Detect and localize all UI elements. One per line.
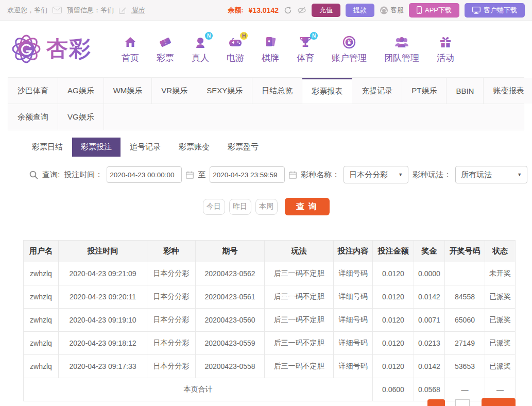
status-badge: 已派奖	[485, 332, 516, 355]
nav-item-sports[interactable]: N 体育	[297, 35, 314, 64]
time-to-input[interactable]	[210, 166, 285, 183]
cell-issue: 20200423-0561	[196, 285, 265, 309]
col-username: 用户名	[24, 241, 59, 262]
tab-lottery-report[interactable]: 彩票报表	[302, 78, 352, 104]
lottery-name-label: 彩种名称：	[301, 170, 339, 180]
eye-slash-icon[interactable]	[297, 7, 306, 14]
cell-lottery: 日本分分彩	[147, 332, 196, 355]
cell-draw-numbers: 27149	[445, 332, 485, 355]
nav-item-live[interactable]: N 真人	[192, 35, 209, 64]
col-prize: 奖金	[414, 241, 445, 262]
query-label: 查询:	[42, 170, 60, 180]
tab-balance-change-report[interactable]: 账变报表	[484, 78, 532, 104]
yesterday-button[interactable]: 昨日	[229, 199, 251, 215]
tab-deposit-withdraw-record[interactable]: 充提记录	[352, 78, 402, 104]
logout-link[interactable]: 退出	[131, 6, 145, 15]
cell-lottery: 日本分分彩	[147, 262, 196, 285]
tab-bbin[interactable]: BBIN	[447, 78, 484, 104]
tab-shaba-sports[interactable]: 沙巴体育	[8, 78, 58, 104]
svg-text:¥: ¥	[348, 40, 351, 45]
cell-play: 后三一码不定胆	[265, 262, 334, 285]
table-row: zwhzlq 2020-04-23 09:17:33 日本分分彩 2020042…	[24, 355, 516, 378]
balance-value: ¥13.0142	[249, 6, 279, 14]
nav-item-activity[interactable]: 活动	[437, 35, 454, 64]
lottery-subtabs: 彩票日结 彩票投注 追号记录 彩票账变 彩票盈亏	[23, 138, 532, 157]
cell-bet-amount: 0.0120	[373, 309, 414, 332]
pagination-page-button[interactable]	[427, 399, 445, 406]
cell-issue: 20200423-0558	[196, 355, 265, 378]
nav-item-team[interactable]: 团队管理	[384, 35, 419, 64]
detail-numbers-link[interactable]: 详细号码	[334, 285, 373, 309]
team-icon	[394, 35, 409, 50]
report-tabbar: 沙巴体育 AG娱乐 WM娱乐 VR娱乐 SEXY娱乐 日结总览 彩票报表 充提记…	[8, 77, 524, 130]
subtab-lottery-daily[interactable]: 彩票日结	[23, 138, 72, 157]
calendar-icon[interactable]	[289, 171, 297, 179]
tab-wm[interactable]: WM娱乐	[104, 78, 152, 104]
client-download-button[interactable]: 客户端下载	[465, 3, 525, 18]
tab-daily-overview[interactable]: 日结总览	[252, 78, 302, 104]
total-label: 本页合计	[24, 378, 373, 401]
refresh-icon[interactable]	[284, 6, 292, 14]
detail-numbers-link[interactable]: 详细号码	[334, 262, 373, 285]
tab-sexy[interactable]: SEXY娱乐	[197, 78, 252, 104]
calendar-icon[interactable]	[186, 171, 194, 179]
balance-label: 余额:	[228, 6, 243, 15]
detail-numbers-link[interactable]: 详细号码	[334, 309, 373, 332]
tab-vg[interactable]: VG娱乐	[58, 104, 104, 130]
col-bet-content: 投注内容	[334, 241, 373, 262]
site-logo[interactable]: 杏彩	[10, 33, 92, 65]
cell-prize: 0.0000	[414, 262, 445, 285]
total-draw-numbers: —	[445, 378, 485, 401]
account-coin-icon: ¥	[341, 35, 357, 50]
col-issue: 期号	[196, 241, 265, 262]
cell-username: zwhzlq	[24, 332, 59, 355]
subtab-lottery-balance-change[interactable]: 彩票账变	[170, 138, 218, 157]
mail-icon[interactable]	[53, 7, 62, 13]
col-lottery: 彩种	[147, 241, 196, 262]
search-bar: 查询: 投注时间： 至 彩种名称： 日本分分彩 ▼ 彩种玩法： 所有玩法 ▼	[29, 166, 532, 183]
edit-icon[interactable]	[119, 7, 126, 14]
today-button[interactable]: 今日	[203, 199, 225, 215]
play-type-select[interactable]: 所有玩法 ▼	[455, 166, 527, 183]
nav-item-egames[interactable]: H 电游	[227, 35, 244, 64]
cell-lottery: 日本分分彩	[147, 309, 196, 332]
cards-icon	[263, 35, 278, 50]
time-from-input[interactable]	[107, 166, 182, 183]
cell-draw-numbers: 84558	[445, 285, 485, 309]
nav-item-boardgames[interactable]: 棋牌	[262, 35, 279, 64]
cell-draw-numbers: 53653	[445, 355, 485, 378]
tab-vr[interactable]: VR娱乐	[152, 78, 197, 104]
withdraw-button[interactable]: 提款	[346, 4, 374, 17]
detail-numbers-link[interactable]: 详细号码	[334, 332, 373, 355]
nav-item-lottery[interactable]: 彩票	[157, 35, 174, 64]
cell-prize: 0.0142	[414, 355, 445, 378]
col-bet-time: 投注时间	[59, 241, 147, 262]
pagination-go-button[interactable]	[482, 398, 516, 406]
search-button[interactable]: 查 询	[285, 198, 330, 215]
reserved-info-text: 预留信息：爷们	[67, 6, 114, 15]
tab-row-1: 沙巴体育 AG娱乐 WM娱乐 VR娱乐 SEXY娱乐 日结总览 彩票报表 充提记…	[8, 78, 524, 104]
pagination-page-input[interactable]	[455, 399, 470, 406]
cell-issue: 20200423-0562	[196, 262, 265, 285]
play-type-value: 所有玩法	[461, 170, 492, 180]
nav-item-home[interactable]: 首页	[122, 35, 139, 64]
tab-ag[interactable]: AG娱乐	[58, 78, 104, 104]
col-draw-numbers: 开奖号码	[445, 241, 485, 262]
lottery-name-select[interactable]: 日本分分彩 ▼	[344, 166, 408, 183]
topbar: 欢迎您，爷们 预留信息：爷们 退出 余额: ¥13.0142 充值 提款 客服 …	[0, 0, 532, 21]
subtab-lottery-profit-loss[interactable]: 彩票盈亏	[219, 138, 267, 157]
app-download-button[interactable]: APP下载	[409, 3, 459, 18]
week-button[interactable]: 本周	[255, 199, 278, 215]
nav-item-account[interactable]: ¥ 账户管理	[332, 35, 367, 64]
table-total-row: 本页合计 0.0600 0.0568 — —	[24, 378, 516, 401]
cell-lottery: 日本分分彩	[147, 355, 196, 378]
customer-service-button[interactable]: 客服	[380, 6, 404, 15]
detail-numbers-link[interactable]: 详细号码	[334, 355, 373, 378]
subtab-chase-record[interactable]: 追号记录	[121, 138, 169, 157]
tab-balance-query[interactable]: 余额查询	[8, 104, 58, 130]
chevron-down-icon: ▼	[398, 172, 403, 177]
recharge-button[interactable]: 充值	[312, 4, 340, 17]
cell-prize: 0.0213	[414, 332, 445, 355]
subtab-lottery-bets[interactable]: 彩票投注	[72, 138, 121, 157]
tab-pt[interactable]: PT娱乐	[402, 78, 447, 104]
